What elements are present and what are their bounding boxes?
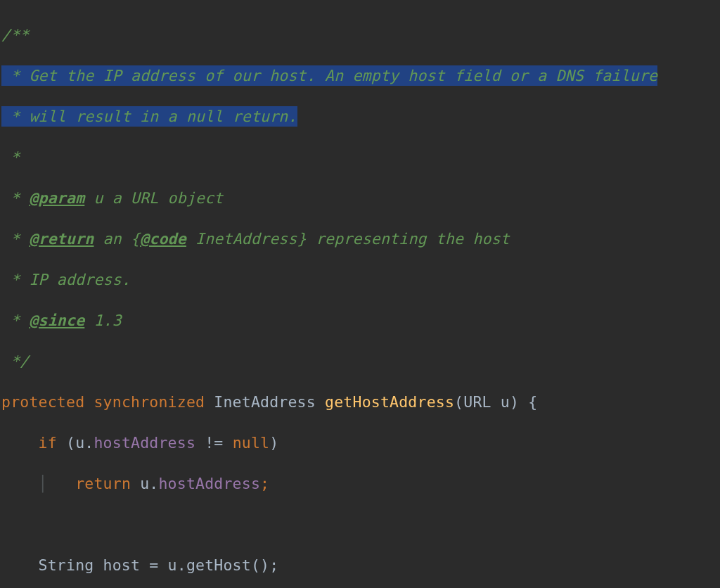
code-line[interactable]: * @since 1.3 (1, 310, 720, 331)
code-line[interactable]: /** (1, 25, 720, 45)
keyword-protected: protected (1, 393, 94, 411)
text-selection: * will result in a null return. (1, 106, 297, 127)
javadoc-tag-since: @since (29, 312, 84, 329)
code-line[interactable] (1, 514, 720, 535)
code-line[interactable]: * Get the IP address of our host. An emp… (1, 65, 720, 86)
javadoc-open: /** (1, 26, 29, 44)
keyword-synchronized: synchronized (94, 393, 214, 411)
code-editor[interactable]: /** * Get the IP address of our host. An… (0, 0, 720, 588)
keyword-if: if (39, 434, 66, 452)
javadoc-close: */ (1, 352, 29, 370)
keyword-return: return (75, 475, 140, 492)
javadoc-tag-return: @return (29, 230, 94, 248)
code-line[interactable]: * @return an {@code InetAddress} represe… (1, 229, 720, 249)
method-name: getHostAddress (325, 393, 454, 411)
code-line[interactable]: if (u.hostAddress != null) (1, 433, 720, 453)
code-line[interactable]: * will result in a null return. (1, 106, 720, 127)
javadoc-tag-param: @param (29, 189, 84, 207)
code-line[interactable]: │ return u.hostAddress; (1, 473, 720, 494)
text-selection: * Get the IP address of our host. An emp… (1, 65, 657, 86)
field-hostAddress: hostAddress (94, 434, 205, 452)
code-line[interactable]: * @param u a URL object (1, 188, 720, 208)
code-line[interactable]: */ (1, 351, 720, 371)
code-line[interactable]: * (1, 147, 720, 167)
code-line[interactable]: String host = u.getHost(); (1, 555, 720, 575)
code-line[interactable]: * IP address. (1, 269, 720, 290)
javadoc-tag-code: @code (140, 230, 186, 248)
code-line[interactable]: protected synchronized InetAddress getHo… (1, 392, 720, 412)
